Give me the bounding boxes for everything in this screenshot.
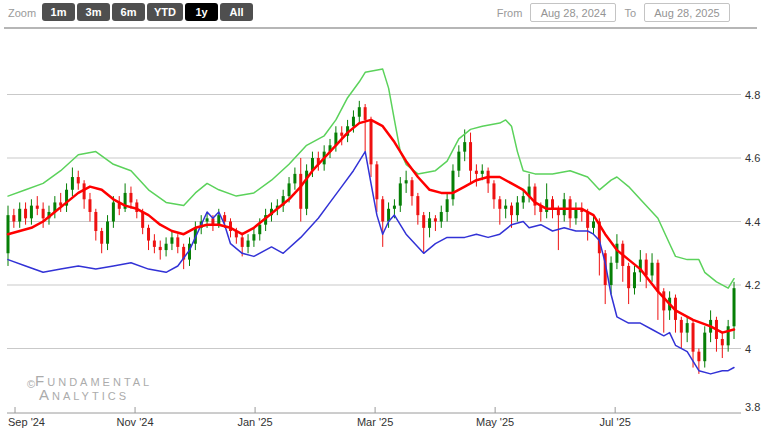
x-axis-label: Sep '24	[8, 416, 45, 428]
range-button-ytd[interactable]: YTD	[147, 3, 183, 21]
y-axis-label: 4.4	[745, 216, 760, 228]
x-axis-label: May '25	[476, 416, 514, 428]
candlestick-series	[7, 101, 736, 374]
y-axis-label: 4.8	[745, 89, 760, 101]
from-date-input[interactable]	[530, 3, 616, 22]
y-axis-label: 4	[745, 343, 751, 355]
range-button-3m[interactable]: 3m	[77, 3, 110, 21]
range-selector-toolbar: Zoom 1m3m6mYTD1yAll From To	[0, 0, 769, 28]
x-axis-label: Jan '25	[238, 416, 273, 428]
to-date-input[interactable]	[644, 3, 730, 22]
range-button-1m[interactable]: 1m	[42, 3, 75, 21]
x-axis-label: Mar '25	[357, 416, 393, 428]
to-label: To	[624, 7, 636, 19]
stock-chart-app: 3.844.24.44.64.8Sep '24Nov '24Jan '25Mar…	[0, 0, 769, 432]
zoom-label: Zoom	[8, 7, 36, 19]
range-button-1y[interactable]: 1y	[185, 3, 218, 21]
date-range-group: From To	[489, 3, 730, 22]
price-chart[interactable]: 3.844.24.44.64.8Sep '24Nov '24Jan '25Mar…	[0, 0, 769, 432]
x-axis-label: Jul '25	[599, 416, 630, 428]
y-axis-label: 3.8	[745, 401, 760, 413]
from-label: From	[497, 7, 523, 19]
lower-band-line	[8, 152, 734, 374]
y-axis-label: 4.2	[745, 279, 760, 291]
y-axis-label: 4.6	[745, 152, 760, 164]
range-button-all[interactable]: All	[220, 3, 253, 21]
x-axis-label: Nov '24	[117, 416, 154, 428]
range-button-6m[interactable]: 6m	[112, 3, 145, 21]
range-buttons-group: 1m3m6mYTD1yAll	[42, 3, 253, 21]
